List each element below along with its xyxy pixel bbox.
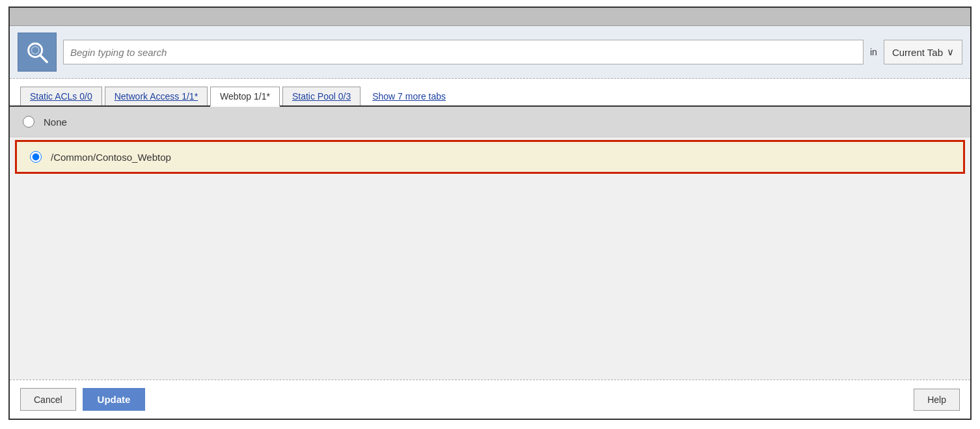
tab-show-more[interactable]: Show 7 more tabs [363,87,455,105]
svg-line-1 [40,55,47,62]
main-dialog: in Current Tab ∨ Static ACLs 0/0 Network… [8,7,972,420]
option-none-row[interactable]: None [10,107,970,137]
in-label: in [870,47,877,57]
search-input[interactable] [63,40,864,64]
option-contoso-label: /Common/Contoso_Webtop [51,152,171,163]
svg-point-2 [31,46,38,53]
tab-static-pool[interactable]: Static Pool 0/3 [282,87,361,105]
footer-left: Cancel Update [20,388,145,411]
option-none-label: None [44,117,67,128]
update-button[interactable]: Update [83,388,146,411]
footer: Cancel Update Help [10,380,970,419]
tab-network-access[interactable]: Network Access 1/1* [105,87,208,105]
scope-label: Current Tab [892,47,943,58]
content-area: None /Common/Contoso_Webtop [10,107,970,380]
search-bar: in Current Tab ∨ [10,26,970,79]
option-contoso-row[interactable]: /Common/Contoso_Webtop [15,140,965,174]
tab-webtop[interactable]: Webtop 1/1* [210,87,280,107]
tab-static-acls[interactable]: Static ACLs 0/0 [20,87,102,105]
cancel-button[interactable]: Cancel [20,388,76,411]
help-button[interactable]: Help [914,389,960,411]
chevron-down-icon: ∨ [947,46,954,58]
tabs-area: Static ACLs 0/0 Network Access 1/1* Webt… [10,79,970,107]
search-icon [25,40,49,64]
search-scope-dropdown[interactable]: Current Tab ∨ [884,40,962,64]
search-icon-box [18,33,57,72]
title-bar [10,8,970,26]
option-contoso-radio[interactable] [30,151,42,163]
option-none-radio[interactable] [23,116,34,128]
